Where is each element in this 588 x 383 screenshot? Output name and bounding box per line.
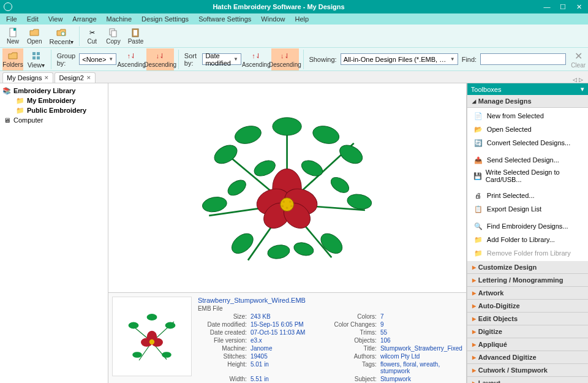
svg-point-41 — [162, 352, 172, 358]
section-advanced-digitize[interactable]: ▶Advanced Digitize — [467, 351, 588, 364]
svg-rect-6 — [134, 30, 137, 36]
menu-file[interactable]: File — [2, 15, 21, 23]
tab-my-designs[interactable]: My Designs ✕ — [2, 72, 53, 83]
section-digitize[interactable]: ▶Digitize — [467, 325, 588, 338]
main-view: Strawberry_Stumpwork_Wired.EMB EMB File … — [108, 83, 467, 383]
print-selected[interactable]: 🖨Print Selected... — [467, 189, 588, 202]
sortby-combo[interactable]: Date modified▼ — [202, 53, 241, 65]
triangle-right-icon: ▶ — [472, 368, 476, 373]
copy-icon — [108, 27, 119, 38]
meta-value[interactable]: 19405 — [251, 353, 324, 360]
meta-value[interactable]: flowers, floral, wreath, stumpwork — [380, 361, 462, 374]
copy-button[interactable]: Copy — [102, 25, 124, 47]
meta-value[interactable]: 5.51 in — [251, 376, 324, 382]
svg-point-11 — [211, 142, 240, 167]
meta-value[interactable]: 07-Oct-15 11:03 AM — [251, 329, 324, 336]
open-selected[interactable]: 📂Open Selected — [467, 123, 588, 136]
new-button[interactable]: New — [2, 25, 23, 47]
section-manage-designs[interactable]: ◢ Manage Designs — [467, 95, 588, 108]
cut-button[interactable]: ✂ Cut — [81, 25, 102, 47]
convert-selected[interactable]: 🔄Convert Selected Designs... — [467, 136, 588, 150]
tab-scroll[interactable]: ◁ ▷ — [570, 77, 586, 83]
meta-value[interactable]: Janome — [251, 345, 324, 352]
meta-value[interactable]: Stumpwork_Strawberry_Fixed — [380, 345, 462, 352]
paste-button[interactable]: Paste — [124, 25, 148, 47]
section-applique[interactable]: ▶Appliqué — [467, 338, 588, 351]
open-button[interactable]: Open — [23, 25, 45, 47]
folder-remove-icon: 📁 — [473, 248, 483, 258]
send-icon: 📤 — [473, 155, 483, 165]
tree-root[interactable]: 📚 Embroidery Library — [2, 86, 105, 96]
remove-folder[interactable]: 📁Remove Folder from Library — [467, 246, 588, 260]
tree-item-my-embroidery[interactable]: 📁 My Embroidery — [2, 96, 105, 105]
view-button[interactable]: View▾ — [26, 48, 47, 70]
group-descending-button[interactable]: ↓⇃ Descending — [146, 48, 174, 70]
meta-value[interactable]: e3.x — [251, 337, 324, 344]
clear-button[interactable]: ✕ Clear — [571, 48, 586, 70]
section-edit-objects[interactable]: ▶Edit Objects — [467, 313, 588, 325]
close-tab-icon[interactable]: ✕ — [86, 75, 91, 81]
section-auto-digitize[interactable]: ▶Auto-Digitize — [467, 300, 588, 313]
find-input[interactable] — [480, 53, 566, 65]
meta-value[interactable]: 9 — [380, 321, 462, 328]
menu-design-settings[interactable]: Design Settings — [138, 15, 192, 23]
triangle-right-icon: ▶ — [472, 303, 476, 309]
menu-software-settings[interactable]: Software Settings — [195, 15, 255, 23]
maximize-button[interactable]: ☐ — [557, 2, 568, 11]
recent-button[interactable]: Recent▾ — [45, 25, 77, 47]
sort-descending-button[interactable]: ↓⇃ Descending — [271, 48, 299, 70]
svg-rect-1 — [13, 28, 16, 31]
sort-ascending-button[interactable]: ↑⇃ Ascending — [244, 48, 269, 70]
menu-help[interactable]: Help — [291, 15, 312, 23]
file-type: EMB File — [198, 305, 462, 312]
section-lettering[interactable]: ▶Lettering / Monogramming — [467, 274, 588, 287]
export-list[interactable]: 📋Export Design List — [467, 202, 588, 216]
groupby-combo[interactable]: <None>▼ — [79, 53, 116, 65]
design-thumbnail[interactable] — [112, 297, 192, 376]
svg-rect-7 — [32, 52, 36, 55]
triangle-right-icon: ▶ — [472, 290, 476, 296]
paste-icon — [130, 27, 141, 38]
group-ascending-button[interactable]: ↑⇃ Ascending — [119, 48, 144, 70]
menu-window[interactable]: Window — [257, 15, 288, 23]
meta-value[interactable]: Stumpwork — [380, 376, 462, 382]
tree-item-public-embroidery[interactable]: 📁 Public Embroidery — [2, 105, 105, 115]
section-artwork[interactable]: ▶Artwork — [467, 287, 588, 300]
minimize-button[interactable]: — — [541, 2, 552, 11]
showing-combo[interactable]: All-in-One Design Files (*.EMB, *.ART*, … — [341, 53, 458, 65]
meta-value[interactable]: 15-Sep-15 6:05 PM — [251, 321, 324, 328]
menu-edit[interactable]: Edit — [23, 15, 42, 23]
add-folder[interactable]: 📁Add Folder to Library... — [467, 233, 588, 246]
menu-view[interactable]: View — [45, 15, 67, 23]
groupby-label: Group by: — [56, 52, 77, 67]
meta-value[interactable]: wilcom Pty Ltd — [380, 353, 462, 360]
meta-label: Date created: — [198, 329, 247, 336]
close-button[interactable]: ✕ — [573, 2, 584, 11]
separator — [178, 50, 179, 69]
section-cutwork[interactable]: ▶Cutwork / Stumpwork — [467, 364, 588, 377]
menu-machine[interactable]: Machine — [103, 15, 136, 23]
find-designs[interactable]: 🔍Find Embroidery Designs... — [467, 219, 588, 233]
svg-point-24 — [266, 243, 291, 260]
folder-tree: 📚 Embroidery Library 📁 My Embroidery 📁 P… — [0, 83, 108, 383]
section-layout[interactable]: ▶Layout — [467, 377, 588, 383]
close-tab-icon[interactable]: ✕ — [44, 75, 49, 81]
meta-value[interactable]: 5.01 in — [251, 361, 324, 374]
new-from-selected[interactable]: 📄New from Selected — [467, 109, 588, 123]
write-to-usb[interactable]: 💾Write Selected Design to Card/USB... — [467, 167, 588, 185]
svg-point-38 — [147, 314, 157, 320]
design-preview[interactable] — [108, 83, 466, 292]
meta-value[interactable]: 7 — [380, 313, 462, 320]
folders-button[interactable]: Folders — [2, 48, 23, 70]
tab-design2[interactable]: Design2 ✕ — [55, 72, 95, 83]
meta-value[interactable]: 243 KB — [251, 313, 324, 320]
view-icon — [31, 50, 42, 61]
meta-value[interactable]: 55 — [380, 329, 462, 336]
menu-arrange[interactable]: Arrange — [69, 15, 100, 23]
send-selected[interactable]: 📤Send Selected Design... — [467, 153, 588, 167]
meta-value[interactable]: 106 — [380, 337, 462, 344]
svg-point-35 — [282, 205, 284, 208]
section-customize[interactable]: ▶Customize Design — [467, 261, 588, 274]
panel-menu-icon[interactable]: ▾ — [581, 85, 584, 93]
tree-item-computer[interactable]: 🖥 Computer — [2, 115, 105, 125]
